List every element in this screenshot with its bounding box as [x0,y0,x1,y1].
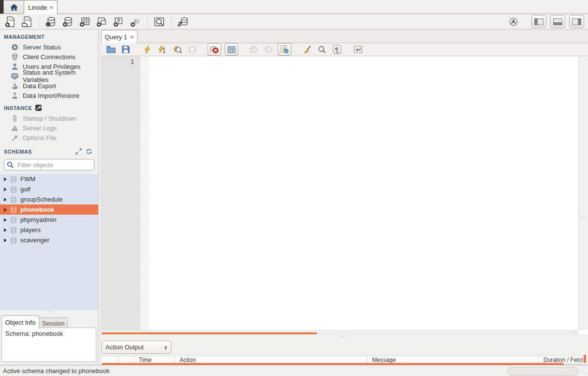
expander-icon[interactable] [4,177,7,181]
execute-button[interactable] [141,44,153,55]
management-title-text: MANAGEMENT [4,34,45,40]
stop-hand-icon [188,45,196,54]
output-col-action[interactable]: Action [174,356,372,363]
output-vertical-scrollbar[interactable] [584,355,586,363]
close-tab-icon[interactable]: × [49,4,53,11]
find-button[interactable] [316,44,328,55]
tab-object-info[interactable]: Object Info [1,315,39,329]
rollback-button[interactable] [263,44,274,55]
expander-icon[interactable] [4,208,7,212]
object-info-text: Schema: phonebook [5,330,63,337]
new-query-tab-button[interactable]: SQL [4,16,16,28]
schema-icon [10,206,17,213]
schema-name: golf [20,186,30,193]
admin-gear-icon[interactable] [507,16,520,28]
explain-button[interactable] [171,44,183,55]
create-function-button[interactable]: f() [129,16,142,28]
sidebar-item-server-logs[interactable]: Server Logs [0,123,98,133]
save-script-button[interactable] [120,44,132,55]
schema-icon [10,237,17,244]
schema-icon [10,176,17,183]
open-sql-script-button[interactable]: SQL [21,16,33,28]
output-col-duration[interactable]: Duration / Fetch [538,356,583,363]
schema-row-players[interactable]: players [0,225,98,235]
sidebar-panel-icon [534,18,543,25]
sidebar-item-status-system-variables[interactable]: Status and System Variables [0,71,98,81]
sidebar-item-data-export[interactable]: Data Export [0,81,98,91]
schema-filter-input[interactable] [16,161,81,169]
output-type-selector[interactable]: Action Output ▲▼ [102,341,171,354]
output-col-message[interactable]: Message [367,356,543,363]
toggle-invisibles-button[interactable]: ¶ [331,44,343,55]
output-splitter[interactable]: ⋯ [101,334,588,339]
create-table-button[interactable] [78,16,91,28]
schema-row-groupschedule[interactable]: groupSchedule [0,194,98,204]
output-col-time[interactable]: Time [134,356,180,363]
create-schema-button[interactable] [61,16,74,28]
expander-icon[interactable] [4,188,7,191]
object-info-content: Schema: phonebook [1,328,96,362]
schema-row-phonebook[interactable]: phonebook [0,204,98,215]
sidebar-item-startup-shutdown[interactable]: Startup / Shutdown [0,113,98,123]
sidebar-item-server-status[interactable]: Server Status [0,42,98,52]
schema-row-phpmyadmin[interactable]: phpmyadmin [0,215,98,225]
toggle-output-area-button[interactable] [550,15,565,28]
window-resize-grip[interactable]: ⋱ [581,369,586,376]
refresh-schemas-icon[interactable] [86,148,92,155]
explain-icon [173,45,182,54]
selector-spinner-icon: ▲▼ [164,345,167,350]
connection-tab[interactable]: Linode × [24,0,58,14]
create-view-button[interactable] [95,16,108,28]
sidebar-item-label: Startup / Shutdown [23,115,76,122]
editor-vertical-scrollbar[interactable]: ⋯⋯ [578,56,588,330]
expander-icon[interactable] [4,238,7,242]
instance-wrench-badge-icon [35,105,42,111]
schema-row-fwm[interactable]: FWM [0,174,98,184]
tab-session[interactable]: Session [39,317,68,329]
sidebar-item-label: Data Export [23,82,56,90]
main-toolbar: SQL SQL i f() [0,14,588,30]
reconnect-dbms-button[interactable] [177,16,189,28]
stop-button[interactable] [186,44,198,55]
scrollbar-grip[interactable]: ⋯⋯ [581,215,585,219]
execute-current-icon [158,45,166,54]
expander-icon[interactable] [4,228,7,232]
execute-current-statement-button[interactable] [156,44,168,55]
expander-icon[interactable] [4,218,7,222]
sql-code-editor[interactable]: 1 [101,56,579,330]
toggle-sidebar-button[interactable] [531,15,546,28]
create-procedure-button[interactable] [112,16,125,28]
sidebar-item-label: Options File [23,134,56,141]
sidebar-item-client-connections[interactable]: Client Connections [0,52,98,62]
commit-button[interactable] [248,44,259,55]
toggle-word-wrap-button[interactable] [352,44,364,55]
svg-text:SQL: SQL [25,18,31,21]
limit-rows-icon [227,46,236,53]
output-panel-icon [553,18,562,25]
home-tab[interactable] [3,0,25,14]
broom-icon [302,46,312,54]
close-query-tab-icon[interactable]: × [130,34,134,40]
expander-icon[interactable] [4,198,7,202]
sidebar-item-options-file[interactable]: Options File [0,133,98,142]
expand-schemas-icon[interactable] [75,148,82,155]
schema-row-golf[interactable]: golf [0,184,98,194]
sidebar-item-data-import[interactable]: Data Import/Restore [0,91,98,100]
tab-query-1[interactable]: Query 1 × [101,30,137,43]
output-panel: Action Output ▲▼ Time Action Message Dur… [101,339,588,365]
wrap-return-icon [354,46,362,53]
search-icon [7,161,14,169]
toggle-limit-rows-button[interactable] [225,43,238,56]
schema-name: phpmyadmin [20,216,56,223]
beautify-button[interactable] [301,44,313,55]
open-script-button[interactable] [105,44,117,55]
splitter-grip[interactable]: ⋯ [0,309,98,313]
toggle-autocommit-button[interactable] [278,43,291,56]
toggle-secondary-sidebar-button[interactable] [569,15,584,28]
management-section-title: MANAGEMENT [0,30,98,42]
data-export-icon [11,82,18,90]
schema-row-scavenger[interactable]: scavenger [0,235,98,245]
schema-inspector-button[interactable]: i [45,16,57,28]
toggle-stop-on-error-button[interactable] [208,43,221,56]
search-data-button[interactable] [153,16,166,28]
